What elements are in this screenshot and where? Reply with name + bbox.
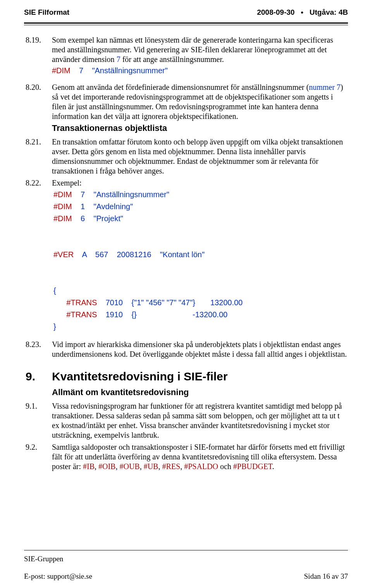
page-content: 8.19. Som exempel kan nämnas ett lönesys… <box>24 35 348 473</box>
header-edition: Utgåva: 4B <box>310 8 348 16</box>
item-text: Vid import av hierarkiska dimensioner sk… <box>52 340 348 360</box>
inline-code: 7 <box>117 55 121 64</box>
inline-code: #IB <box>83 462 95 471</box>
item-number: 9.2. <box>26 442 52 472</box>
footer-page: Sidan 16 av 37 <box>304 572 348 581</box>
header-rule-thick <box>24 22 348 24</box>
para-8-20: 8.20. Genom att använda det fördefiniera… <box>26 83 348 136</box>
code-value: 13200.00 <box>210 298 243 307</box>
item-number: 8.20. <box>26 83 52 136</box>
footer-rule <box>24 550 348 550</box>
code-value: {} <box>131 310 136 319</box>
keyword: #VER <box>53 250 74 259</box>
inline-code: #OIB <box>98 462 115 471</box>
sep: , <box>95 462 98 471</box>
inline-code: #RES <box>162 462 180 471</box>
code-value: "Avdelning" <box>93 202 133 211</box>
keyword: #TRANS <box>66 310 97 319</box>
code-value: A <box>82 250 86 259</box>
text: En transaktion omfattar förutom konto oc… <box>52 137 348 176</box>
keyword: #TRANS <box>66 298 97 307</box>
para-8-21: 8.21. En transaktion omfattar förutom ko… <box>26 137 348 177</box>
page-header: SIE Filformat 2008-09-30 • Utgåva: 4B <box>24 8 348 19</box>
text: Vissa redovisningsprogram har funktioner… <box>52 401 348 440</box>
heading-number: 9. <box>26 369 52 384</box>
header-date: 2008-09-30 <box>257 8 294 16</box>
brace: { <box>53 286 56 295</box>
inline-code: #OUB <box>119 462 140 471</box>
keyword: #DIM <box>53 202 72 211</box>
para-8-23: 8.23. Vid import av hierarkiska dimensio… <box>26 340 348 360</box>
keyword: #DIM <box>52 66 71 75</box>
item-text: Som exempel kan nämnas ett lönesystem dä… <box>52 35 348 81</box>
code-value: "Projekt" <box>93 214 123 223</box>
para-9-1: 9.1. Vissa redovisningsprogram har funkt… <box>26 401 348 441</box>
text: Exempel: <box>52 178 348 188</box>
code-value: 1 <box>81 202 85 211</box>
keyword: #DIM <box>53 214 72 223</box>
code-value: 1910 <box>105 310 123 319</box>
code-value: -13200.00 <box>193 310 227 319</box>
text: Vid import av hierarkiska dimensioner sk… <box>52 340 348 359</box>
footer-email: E-post: support@sie.se <box>24 572 92 581</box>
code-value: 567 <box>95 250 108 259</box>
item-number: 9.1. <box>26 401 52 441</box>
code-value: "Anställningsnummer" <box>92 66 167 75</box>
inline-code: #PBUDGET <box>233 462 272 471</box>
inline-code: nummer 7 <box>309 83 341 91</box>
para-8-22: 8.22. Exempel: <box>26 178 348 189</box>
page-footer: SIE-Gruppen E-post: support@sie.se Sidan… <box>24 550 348 581</box>
heading-9: 9. Kvantitetsredovisning i SIE-filer All… <box>26 361 348 400</box>
item-number: 8.23. <box>26 340 52 360</box>
keyword: #DIM <box>53 190 72 199</box>
item-number: 8.22. <box>26 178 52 189</box>
item-number: 8.21. <box>26 137 52 177</box>
code-value: 6 <box>81 214 85 223</box>
para-9-2: 9.2. Samtliga saldoposter och transaktio… <box>26 442 348 472</box>
sep: , <box>140 462 144 471</box>
sep: , <box>180 462 184 471</box>
item-text: Vissa redovisningsprogram har funktioner… <box>52 401 348 441</box>
text: för att ange anställningsnummer. <box>121 55 224 64</box>
code-value: "Anställningsnummer" <box>93 190 169 199</box>
header-rule-thin <box>24 25 348 25</box>
header-right: 2008-09-30 • Utgåva: 4B <box>257 8 348 17</box>
code-line: #DIM 7 "Anställningsnummer" <box>52 66 348 76</box>
subheading: Allmänt om kvantitetsredovisning <box>52 387 348 398</box>
heading-title: Kvantitetsredovisning i SIE-filer <box>52 369 348 384</box>
text: Genom att använda det fördefinierade dim… <box>52 83 309 91</box>
item-text: Samtliga saldoposter och transaktionspos… <box>52 442 348 472</box>
item-text: Exempel: <box>52 178 348 189</box>
footer-group: SIE-Gruppen <box>24 554 348 564</box>
brace: } <box>53 322 56 331</box>
item-number: 8.19. <box>26 35 52 81</box>
inline-code: #UB <box>144 462 158 471</box>
code-value: 7 <box>79 66 83 75</box>
sep: , <box>158 462 162 471</box>
code-block: #DIM 7 "Anställningsnummer" #DIM 1 "Avde… <box>53 189 348 333</box>
item-text: Genom att använda det fördefinierade dim… <box>52 83 348 136</box>
code-value: 7 <box>81 190 85 199</box>
code-value: "Kontant lön" <box>160 250 205 259</box>
subheading: Transaktionernas objektlista <box>52 123 348 134</box>
inline-code: #PSALDO <box>184 462 218 471</box>
code-value: 7010 <box>105 298 123 307</box>
header-left: SIE Filformat <box>24 8 69 17</box>
and: och <box>218 462 233 471</box>
code-value: {"1" "456" "7" "47"} <box>131 298 195 307</box>
header-bullet: • <box>301 8 303 16</box>
sep: , <box>115 462 119 471</box>
para-8-19: 8.19. Som exempel kan nämnas ett lönesys… <box>26 35 348 81</box>
item-text: En transaktion omfattar förutom konto oc… <box>52 137 348 177</box>
end: . <box>272 462 274 471</box>
code-value: 20081216 <box>117 250 151 259</box>
